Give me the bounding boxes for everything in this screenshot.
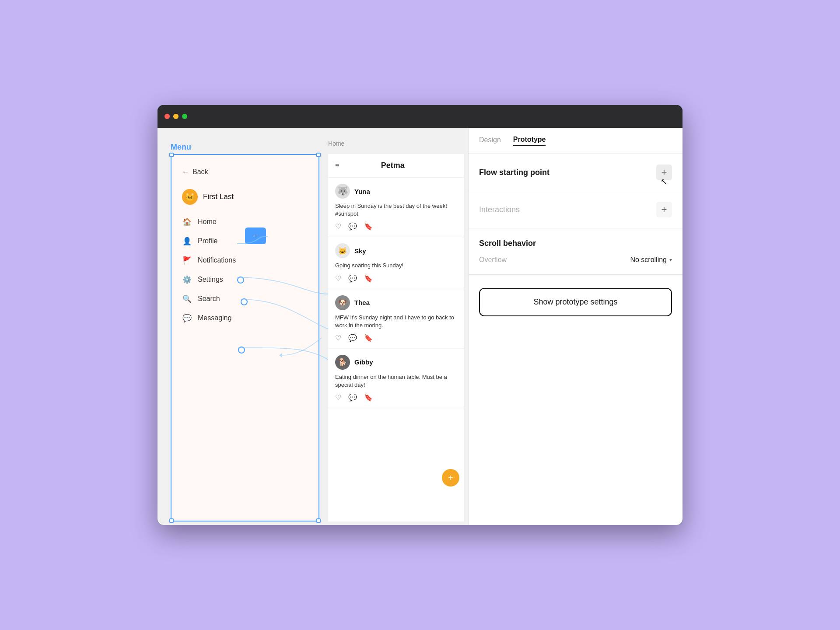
like-icon-0[interactable]: ♡	[335, 222, 341, 231]
home-icon: 🏠	[182, 217, 192, 227]
post-text-0: Sleep in Sunday is the best day of the w…	[335, 202, 457, 218]
menu-item-settings-label: Settings	[198, 276, 223, 284]
canvas-area[interactable]: Home Menu ← Back 🐱 First L	[158, 128, 468, 525]
overflow-value-text: No scrolling	[630, 256, 667, 264]
post-text-2: MFW it's Sunday night and I have to go b…	[335, 314, 457, 329]
user-item: 🐱 First Last	[182, 189, 308, 205]
menu-item-settings[interactable]: ⚙️ Settings	[182, 275, 308, 284]
interactions-section: Interactions +	[469, 191, 682, 228]
main-content: Home Menu ← Back 🐱 First L	[158, 128, 682, 525]
bookmark-icon-3[interactable]: 🔖	[364, 393, 373, 402]
back-interaction-node[interactable]: ←	[245, 228, 266, 244]
flow-section-header: Flow starting point + ↖	[479, 164, 672, 180]
interactions-section-header: Interactions +	[479, 202, 672, 217]
menu-label: Menu	[171, 143, 191, 152]
post-user-3: 🐕 Gibby	[335, 355, 457, 370]
handle-bottom-right[interactable]	[316, 518, 321, 523]
add-flow-button[interactable]: +	[656, 164, 672, 180]
show-prototype-settings-button[interactable]: Show prototype settings	[479, 288, 672, 316]
comment-icon-3[interactable]: 💬	[348, 393, 357, 402]
bookmark-icon-1[interactable]: 🔖	[364, 274, 373, 283]
post-actions-3: ♡ 💬 🔖	[335, 393, 457, 402]
bookmark-icon-2[interactable]: 🔖	[364, 334, 373, 342]
notifications-icon: 🚩	[182, 256, 192, 265]
overflow-dropdown[interactable]: No scrolling ▾	[630, 256, 672, 264]
interactions-title: Interactions	[479, 205, 520, 214]
minimize-button[interactable]	[173, 114, 178, 119]
petma-logo: Petma	[381, 161, 405, 170]
comment-icon-1[interactable]: 💬	[348, 274, 357, 283]
post-text-1: Going soaring this Sunday!	[335, 262, 457, 270]
overflow-label: Overflow	[479, 256, 507, 264]
user-avatar: 🐱	[182, 189, 198, 205]
tab-prototype[interactable]: Prototype	[513, 136, 546, 146]
menu-frame: Menu ← Back 🐱 First Last	[171, 154, 319, 522]
fullscreen-button[interactable]	[182, 114, 187, 119]
back-button[interactable]: ← Back	[182, 168, 308, 176]
chevron-down-icon: ▾	[669, 257, 672, 263]
overflow-row: Overflow No scrolling ▾	[479, 256, 672, 264]
comment-icon-0[interactable]: 💬	[348, 222, 357, 231]
handle-bottom-left[interactable]	[169, 518, 174, 523]
menu-item-notifications[interactable]: 🚩 Notifications	[182, 256, 308, 265]
feed-post-3: 🐕 Gibby Eating dinner on the human table…	[328, 349, 464, 408]
feed-post-1: 🐱 Sky Going soaring this Sunday! ♡ 💬 🔖	[328, 237, 464, 289]
menu-item-home[interactable]: 🏠 Home	[182, 217, 308, 227]
post-user-1: 🐱 Sky	[335, 243, 457, 258]
user-name: First Last	[203, 192, 234, 201]
post-avatar-0: 🐺	[335, 184, 350, 199]
menu-item-messaging[interactable]: 💬 Messaging	[182, 313, 308, 323]
menu-item-search-label: Search	[198, 295, 220, 303]
messaging-icon: 💬	[182, 313, 192, 323]
home-panel: ≡ Petma 🐺 Yuna Sleep in Sunday is the be…	[328, 154, 464, 522]
flow-title: Flow starting point	[479, 168, 550, 177]
like-icon-3[interactable]: ♡	[335, 393, 341, 402]
post-actions-2: ♡ 💬 🔖	[335, 334, 457, 342]
like-icon-2[interactable]: ♡	[335, 334, 341, 342]
comment-icon-2[interactable]: 💬	[348, 334, 357, 342]
right-panel: Design Prototype Flow starting point + ↖…	[468, 128, 682, 525]
menu-item-profile-label: Profile	[198, 237, 217, 245]
node-search[interactable]	[238, 346, 245, 354]
settings-icon: ⚙️	[182, 275, 192, 284]
handle-top-left[interactable]	[169, 153, 174, 157]
panel-tabs: Design Prototype	[469, 128, 682, 154]
back-arrow-icon: ←	[182, 168, 189, 176]
scroll-behavior-section: Scroll behavior Overflow No scrolling ▾	[469, 228, 682, 275]
post-avatar-1: 🐱	[335, 243, 350, 258]
close-button[interactable]	[164, 114, 170, 119]
post-username-1: Sky	[354, 247, 366, 255]
like-icon-1[interactable]: ♡	[335, 274, 341, 283]
title-bar	[158, 105, 682, 128]
node-profile[interactable]	[241, 298, 248, 305]
handle-top-right[interactable]	[316, 153, 321, 157]
home-frame-label: Home	[328, 140, 344, 147]
feed-post-0: 🐺 Yuna Sleep in Sunday is the best day o…	[328, 178, 464, 237]
menu-item-notifications-label: Notifications	[198, 256, 236, 264]
fab-add-button[interactable]: +	[442, 469, 459, 486]
post-user-0: 🐺 Yuna	[335, 184, 457, 199]
menu-item-messaging-label: Messaging	[198, 314, 231, 322]
scroll-title: Scroll behavior	[479, 239, 672, 248]
hamburger-icon[interactable]: ≡	[335, 162, 339, 170]
add-interaction-button[interactable]: +	[656, 202, 672, 217]
home-header: ≡ Petma	[328, 154, 464, 178]
flow-starting-point-section: Flow starting point + ↖	[469, 154, 682, 191]
back-label: Back	[192, 168, 208, 176]
tab-design[interactable]: Design	[479, 136, 501, 146]
show-proto-section: Show prototype settings	[469, 275, 682, 525]
menu-item-home-label: Home	[198, 218, 217, 226]
search-icon: 🔍	[182, 294, 192, 304]
post-text-3: Eating dinner on the human table. Must b…	[335, 373, 457, 389]
profile-icon: 👤	[182, 236, 192, 246]
node-home[interactable]	[237, 276, 244, 284]
post-avatar-2: 🐶	[335, 295, 350, 310]
post-username-3: Gibby	[354, 358, 373, 366]
post-user-2: 🐶 Thea	[335, 295, 457, 310]
post-avatar-3: 🐕	[335, 355, 350, 370]
menu-content: ← Back 🐱 First Last 🏠 Home 👤	[172, 155, 318, 341]
app-window: Home Menu ← Back 🐱 First L	[158, 105, 682, 525]
post-username-2: Thea	[354, 299, 370, 306]
post-actions-0: ♡ 💬 🔖	[335, 222, 457, 231]
bookmark-icon-0[interactable]: 🔖	[364, 222, 373, 231]
